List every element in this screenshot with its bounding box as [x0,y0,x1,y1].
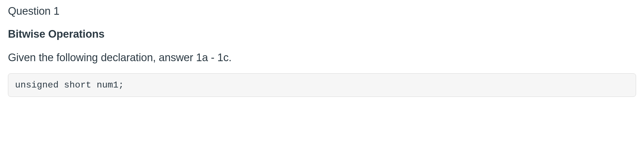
question-prompt: Given the following declaration, answer … [8,52,636,64]
section-title: Bitwise Operations [8,28,636,40]
code-block: unsigned short num1; [8,73,636,97]
question-number: Question 1 [8,5,636,17]
